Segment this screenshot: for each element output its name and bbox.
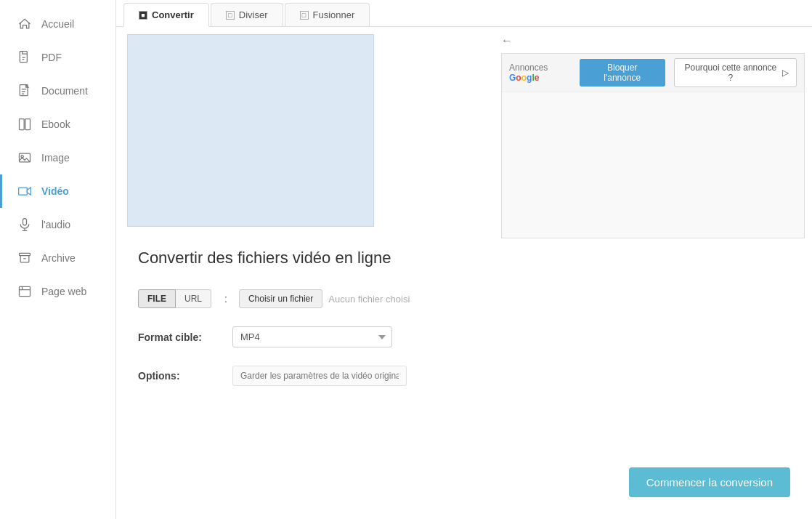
sidebar-item-pdf[interactable]: PDF — [0, 41, 115, 74]
sidebar-item-label: Archive — [41, 252, 76, 264]
block-ad-button[interactable]: Bloquer l'annonce — [580, 59, 665, 86]
choose-file-button[interactable]: Choisir un fichier — [239, 289, 322, 308]
google-brand-text: Google — [509, 73, 539, 83]
tab-convertir[interactable]: ■ Convertir — [123, 3, 209, 27]
main-content-wrapper: Convertir des fichiers vidéo en ligne FI… — [116, 27, 812, 519]
why-ad-text: Pourquoi cette annonce ? — [682, 63, 779, 83]
svg-rect-3 — [25, 119, 31, 130]
tab-diviser-checkbox: □ — [226, 11, 235, 20]
back-arrow[interactable]: ← — [501, 34, 513, 47]
sidebar-item-video[interactable]: Vidéo — [0, 174, 115, 208]
annonces-text: Annonces — [509, 63, 548, 73]
sidebar-item-pageweb[interactable]: Page web — [0, 275, 115, 308]
why-ad-button[interactable]: Pourquoi cette annonce ? ▷ — [674, 58, 797, 87]
svg-rect-6 — [19, 188, 28, 195]
tab-diviser-label: Diviser — [239, 9, 268, 20]
image-icon — [17, 150, 33, 166]
options-input[interactable] — [232, 366, 407, 386]
format-select[interactable]: MP4 AVI MKV MOV WMV FLV WebM 3GP — [232, 326, 392, 347]
ad-title: Annonces Google — [509, 63, 580, 83]
file-input-group: FILE URL : Choisir un fichier Aucun fich… — [138, 289, 410, 308]
left-panel: Convertir des fichiers vidéo en ligne FI… — [116, 27, 494, 519]
sidebar-item-ebook[interactable]: Ebook — [0, 108, 115, 141]
svg-rect-9 — [20, 286, 31, 296]
sidebar-item-label: Document — [41, 85, 88, 97]
sidebar-item-accueil[interactable]: Accueil — [0, 7, 115, 41]
file-tab-file[interactable]: FILE — [138, 289, 176, 308]
format-row: Format cible: MP4 AVI MKV MOV WMV FLV We… — [138, 326, 472, 347]
sidebar-item-label: Image — [41, 152, 70, 164]
svg-rect-2 — [20, 119, 25, 130]
tool-title: Convertir des fichiers vidéo en ligne — [138, 249, 472, 267]
main-area: ■ Convertir □ Diviser □ Fusionner Conver… — [116, 0, 812, 519]
svg-rect-7 — [23, 219, 27, 225]
tab-fusionner-label: Fusionner — [313, 9, 355, 20]
sidebar-item-archive[interactable]: Archive — [0, 241, 115, 275]
google-ad-header: Annonces Google Bloquer l'annonce Pourqu… — [502, 54, 804, 92]
pageweb-icon — [17, 283, 33, 299]
pdf-icon — [17, 49, 33, 65]
archive-icon — [17, 250, 33, 266]
file-colon: : — [224, 293, 227, 305]
sidebar-item-label: l'audio — [41, 219, 70, 230]
video-icon — [17, 183, 33, 199]
svg-rect-8 — [20, 253, 31, 255]
ad-placeholder — [127, 34, 374, 227]
no-file-text: Aucun fichier choisi — [328, 294, 410, 305]
options-row: Options: — [138, 366, 472, 386]
sidebar-item-label: Accueil — [41, 18, 74, 30]
why-ad-arrow-icon: ▷ — [782, 68, 789, 78]
tabs-bar: ■ Convertir □ Diviser □ Fusionner — [116, 0, 812, 27]
file-input-row: FILE URL : Choisir un fichier Aucun fich… — [138, 289, 472, 308]
options-label: Options: — [138, 370, 232, 382]
convert-button[interactable]: Commencer la conversion — [629, 467, 790, 497]
tab-convertir-label: Convertir — [152, 9, 194, 20]
svg-rect-0 — [20, 52, 27, 63]
audio-icon — [17, 217, 33, 233]
file-tab-url[interactable]: URL — [176, 289, 211, 308]
tool-section: Convertir des fichiers vidéo en ligne FI… — [116, 234, 494, 419]
ad-content-area — [502, 92, 804, 238]
google-ad-panel: Annonces Google Bloquer l'annonce Pourqu… — [501, 53, 805, 238]
convert-btn-area: Commencer la conversion — [629, 467, 790, 497]
sidebar-item-label: Page web — [41, 286, 86, 297]
document-icon — [17, 83, 33, 99]
sidebar-item-document[interactable]: Document — [0, 74, 115, 108]
file-tab-group: FILE URL — [138, 289, 211, 308]
home-icon — [17, 16, 33, 32]
format-label: Format cible: — [138, 331, 232, 343]
right-panel: ← Annonces Google Bloquer l'annonce Pour… — [494, 27, 812, 519]
tab-fusionner-checkbox: □ — [300, 11, 309, 20]
ebook-icon — [17, 116, 33, 132]
tab-convertir-checkbox: ■ — [139, 11, 147, 20]
sidebar-item-label: Vidéo — [41, 185, 69, 197]
tab-fusionner[interactable]: □ Fusionner — [285, 3, 370, 26]
sidebar-item-audio[interactable]: l'audio — [0, 208, 115, 241]
sidebar-item-label: Ebook — [41, 118, 70, 130]
sidebar: Accueil PDF Document Ebook Image Vidéo — [0, 0, 116, 519]
sidebar-item-label: PDF — [41, 52, 62, 63]
sidebar-item-image[interactable]: Image — [0, 141, 115, 174]
tab-diviser[interactable]: □ Diviser — [211, 3, 283, 26]
